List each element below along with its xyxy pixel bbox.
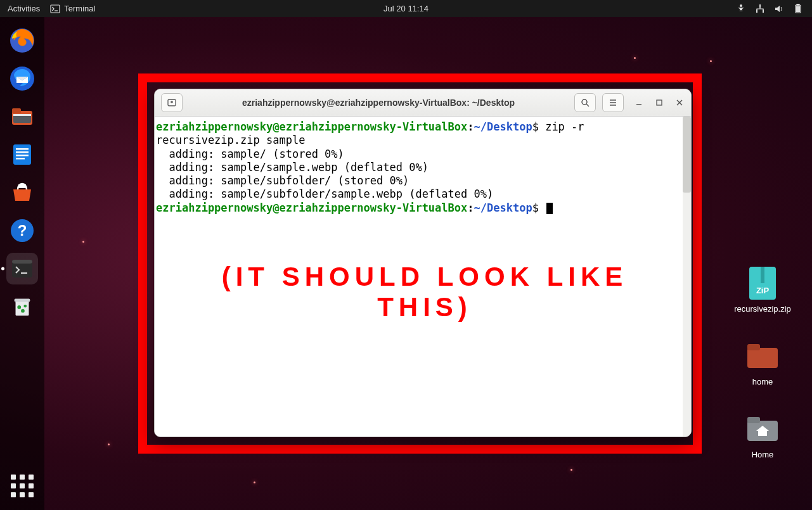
terminal-line: ezriahzippernowsky@ezriahzippernowsky-Vi…	[156, 201, 680, 215]
terminal-cursor	[546, 203, 553, 214]
svg-rect-18	[16, 158, 25, 160]
volume-icon[interactable]	[774, 4, 784, 14]
svg-rect-35	[747, 417, 760, 423]
dock-help[interactable]: ?	[6, 215, 38, 246]
active-app-label: Terminal	[64, 4, 95, 13]
svg-rect-17	[16, 155, 29, 156]
window-titlebar[interactable]: ezriahzippernowsky@ezriahzippernowsky-Vi…	[155, 89, 691, 117]
svg-rect-7	[797, 6, 800, 12]
svg-rect-23	[12, 260, 32, 264]
svg-rect-2	[759, 4, 761, 8]
prompt-sigil: $	[532, 201, 539, 214]
search-button[interactable]	[574, 93, 596, 112]
svg-point-28	[21, 309, 25, 313]
svg-rect-24	[16, 301, 29, 316]
activities-button[interactable]: Activities	[8, 4, 40, 13]
dock-terminal[interactable]	[6, 253, 38, 284]
terminal-output: adding: sample/sample.webp (deflated 0%)	[156, 161, 680, 174]
svg-rect-0	[51, 5, 60, 13]
desktop-icon-label: Home	[752, 450, 774, 459]
prompt-path: ~/Desktop	[474, 120, 532, 133]
desktop-icon-label: home	[752, 377, 773, 386]
svg-rect-6	[797, 4, 799, 5]
dock-software[interactable]	[6, 177, 38, 208]
accessibility-icon[interactable]	[736, 4, 746, 14]
new-tab-button[interactable]	[161, 93, 183, 112]
svg-rect-32	[747, 348, 778, 368]
active-app-indicator[interactable]: Terminal	[50, 4, 95, 14]
minimize-button[interactable]	[634, 98, 644, 108]
desktop-icon-zip[interactable]: ZiP recursivezip.zip	[734, 266, 791, 314]
svg-rect-13	[13, 114, 31, 116]
svg-rect-11	[12, 108, 21, 113]
close-button[interactable]	[674, 98, 685, 108]
terminal-output: adding: sample/subfolder/ (stored 0%)	[156, 174, 680, 188]
svg-rect-4	[763, 10, 764, 13]
terminal-output: adding: sample/subfolder/sample.webp (de…	[156, 188, 680, 201]
svg-rect-38	[657, 100, 662, 105]
svg-rect-19	[18, 184, 26, 188]
dock-trash[interactable]	[6, 291, 38, 322]
battery-icon[interactable]	[793, 4, 803, 14]
annotation-text: (IT SHOULD LOOK LIKE THIS)	[174, 262, 675, 322]
maximize-button[interactable]	[654, 98, 664, 108]
svg-rect-30	[761, 267, 764, 283]
terminal-line: ezriahzippernowsky@ezriahzippernowsky-Vi…	[156, 120, 680, 148]
prompt-sigil: $	[532, 120, 539, 133]
svg-text:ZiP: ZiP	[756, 286, 770, 295]
prompt-path: ~/Desktop	[474, 201, 532, 214]
prompt-user: ezriahzippernowsky@ezriahzippernowsky-Vi…	[156, 120, 467, 133]
dock-files[interactable]	[6, 101, 38, 132]
svg-point-27	[23, 305, 27, 308]
running-indicator-dot	[1, 267, 4, 271]
desktop-icon-user-home[interactable]: Home	[745, 412, 780, 459]
svg-rect-25	[15, 299, 30, 302]
svg-rect-16	[16, 151, 29, 153]
terminal-scrollbar[interactable]	[683, 117, 691, 437]
terminal-output: adding: sample/ (stored 0%)	[156, 148, 680, 161]
dock-firefox[interactable]	[6, 25, 38, 56]
svg-point-1	[740, 4, 742, 7]
dock-writer[interactable]	[6, 139, 38, 170]
svg-text:?: ?	[18, 222, 27, 239]
svg-rect-33	[747, 344, 760, 350]
prompt-sep: :	[467, 201, 474, 214]
svg-point-37	[582, 99, 587, 105]
svg-rect-3	[756, 10, 757, 13]
hamburger-menu-button[interactable]	[602, 93, 624, 112]
terminal-icon	[50, 4, 60, 14]
svg-point-26	[17, 305, 21, 309]
dock: ?	[0, 17, 44, 510]
network-icon[interactable]	[755, 4, 765, 14]
gnome-topbar: Activities Terminal Jul 20 11:14	[0, 0, 812, 17]
dock-thunderbird[interactable]	[6, 63, 38, 94]
prompt-sep: :	[467, 120, 474, 133]
desktop-icon-home-folder[interactable]: home	[745, 339, 780, 386]
scrollbar-thumb[interactable]	[683, 117, 691, 193]
desktop-icon-label: recursivezip.zip	[734, 304, 791, 314]
svg-rect-15	[16, 148, 29, 150]
desktop-icons-area: ZiP recursivezip.zip home Home	[725, 266, 801, 459]
clock[interactable]: Jul 20 11:14	[383, 4, 429, 13]
window-title: ezriahzippernowsky@ezriahzippernowsky-Vi…	[189, 98, 568, 108]
apps-launcher[interactable]	[7, 471, 37, 501]
prompt-user: ezriahzippernowsky@ezriahzippernowsky-Vi…	[156, 201, 467, 214]
